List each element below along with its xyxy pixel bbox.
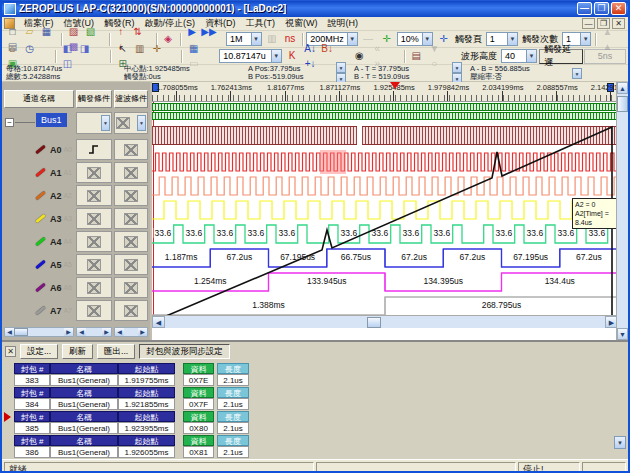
cursor-icon[interactable]: ↖ bbox=[114, 41, 131, 56]
bus-trigger-combo[interactable]: ▼ bbox=[76, 112, 112, 134]
channel-name-label[interactable]: A3 bbox=[50, 214, 62, 224]
channel-name-label[interactable]: A0 bbox=[50, 145, 62, 155]
window-split-icon[interactable]: ◧ bbox=[59, 41, 76, 56]
save-icon[interactable]: ▦ bbox=[38, 24, 55, 39]
tree-collapse-icon[interactable]: − bbox=[5, 118, 14, 127]
channel-name-label[interactable]: A7 bbox=[50, 306, 62, 316]
packet-row[interactable]: 384Bus1(General)1.921855ms0X7F2.1us bbox=[14, 398, 249, 410]
filter-condition-cell[interactable] bbox=[114, 300, 148, 321]
trigger-condition-header[interactable]: 觸發條件 bbox=[76, 90, 112, 108]
filter-condition-cell[interactable] bbox=[114, 208, 148, 229]
packet-sync-button[interactable]: 封包與波形同步設定 bbox=[139, 344, 230, 359]
pulse-up-icon[interactable]: ↑ bbox=[112, 24, 129, 39]
scroll-up-icon[interactable]: ▲ bbox=[617, 82, 628, 94]
channel-name-label[interactable]: A6 bbox=[50, 283, 62, 293]
packet-row[interactable]: 383Bus1(General)1.919755ms0X7E2.1us bbox=[14, 374, 249, 386]
mdi-minimize-button[interactable]: — bbox=[582, 18, 595, 29]
waveform-row-A3[interactable] bbox=[152, 198, 618, 222]
packet-row[interactable]: 386Bus1(General)1.926055ms0X812.1us bbox=[14, 446, 249, 458]
channel-row-A4[interactable]: A4A4 bbox=[2, 230, 150, 253]
channel-row-A5[interactable]: A5A5 bbox=[2, 253, 150, 276]
filter-condition-cell[interactable] bbox=[114, 277, 148, 298]
hand-tool-icon[interactable]: ✛ bbox=[148, 41, 165, 56]
waveform-row-A7[interactable]: 1.388ms268.795us bbox=[152, 294, 618, 315]
trigger-condition-cell[interactable] bbox=[76, 254, 112, 275]
trigger-condition-cell[interactable] bbox=[76, 208, 112, 229]
menu-5[interactable]: 工具(T) bbox=[241, 17, 281, 29]
trigger-condition-cell[interactable] bbox=[76, 231, 112, 252]
home-icon[interactable]: ⌂ bbox=[4, 41, 21, 56]
run-icon[interactable]: ▶ bbox=[184, 24, 201, 39]
film-icon[interactable]: ▤ bbox=[408, 49, 425, 64]
trigger-marker-icon[interactable] bbox=[390, 82, 400, 94]
bus-row[interactable]: − Bus1 ▼ ▼ bbox=[2, 108, 150, 138]
waveform-rows[interactable]: 33.633.633.633.633.633.633.633.633.633.6… bbox=[152, 102, 618, 315]
packet-settings-button[interactable]: 設定... bbox=[20, 344, 58, 359]
filter-condition-cell[interactable] bbox=[114, 185, 148, 206]
chevron-down-icon[interactable]: ▼ bbox=[271, 50, 281, 62]
waveform-row-A6[interactable]: 1.254ms133.945us134.395us134.4us bbox=[152, 270, 618, 294]
trigger-page-combo[interactable]: 1▼ bbox=[486, 32, 518, 46]
maximize-button[interactable]: ❐ bbox=[594, 2, 609, 15]
horizontal-scrollbar[interactable]: ◀ ▶ bbox=[152, 315, 618, 328]
wave-height-combo[interactable]: 40▼ bbox=[501, 49, 537, 63]
waveform-row-A2[interactable] bbox=[152, 174, 618, 198]
sampling-depth-combo[interactable]: 1M▼ bbox=[226, 32, 261, 46]
waveform-row-A0[interactable] bbox=[152, 126, 618, 150]
trigger-col-scrollbar[interactable]: ◀▶ bbox=[76, 327, 112, 337]
packet-export-button[interactable]: 匯出... bbox=[97, 344, 135, 359]
packet-block-386[interactable]: 封包 #名稱起始點資料長度386Bus1(General)1.926055ms0… bbox=[14, 435, 249, 458]
minimize-button[interactable]: — bbox=[577, 2, 592, 15]
sampling-setup-icon[interactable]: ▧ bbox=[82, 24, 99, 39]
trigger-delay-button[interactable]: 觸發延遲 bbox=[539, 49, 583, 64]
waveform-row-A1[interactable] bbox=[152, 150, 618, 174]
channel-name-header[interactable]: 通道名稱 bbox=[4, 90, 74, 108]
trigger-condition-cell[interactable] bbox=[76, 185, 112, 206]
packet-row[interactable]: 385Bus1(General)1.923955ms0X802.1us bbox=[14, 422, 249, 434]
packet-refresh-button[interactable]: 刷新 bbox=[62, 344, 93, 359]
filter-condition-header[interactable]: 濾波條件 bbox=[114, 90, 148, 108]
clock-icon[interactable]: ◷ bbox=[21, 41, 38, 56]
hotkey-k-icon[interactable]: K bbox=[284, 49, 301, 64]
channel-name-label[interactable]: A1 bbox=[50, 168, 62, 178]
scroll-down-icon[interactable]: ▼ bbox=[617, 328, 628, 340]
close-button[interactable]: ✕ bbox=[611, 2, 626, 15]
chevron-down-icon[interactable]: ▼ bbox=[507, 33, 517, 45]
filter-condition-cell[interactable] bbox=[114, 254, 148, 275]
packet-block-384[interactable]: 封包 #名稱起始點資料長度384Bus1(General)1.921855ms0… bbox=[14, 387, 249, 410]
packet-panel-close-button[interactable]: ✕ bbox=[5, 346, 16, 357]
new-file-icon[interactable]: □ bbox=[4, 24, 21, 39]
bar-a-icon[interactable]: A↓ bbox=[302, 41, 319, 56]
waveform-area[interactable]: 1.708055ms1.762413ms1.81677ms1.871127ms1… bbox=[152, 82, 618, 340]
channel-name-label[interactable]: A4 bbox=[50, 237, 62, 247]
vertical-scrollbar[interactable]: ▲ ▼ bbox=[616, 82, 628, 340]
time-ruler[interactable]: 1.708055ms1.762413ms1.81677ms1.871127ms1… bbox=[152, 82, 618, 102]
channel-name-scrollbar[interactable]: ◀▶ bbox=[4, 327, 74, 337]
repeat-run-icon[interactable]: ▶▶ bbox=[201, 24, 218, 39]
open-folder-icon[interactable]: ▱ bbox=[21, 24, 38, 39]
filter-condition-cell[interactable] bbox=[114, 139, 148, 160]
bus-filter-combo[interactable]: ▼ bbox=[114, 112, 148, 134]
bus-name-label[interactable]: Bus1 bbox=[36, 113, 67, 127]
packet-block-385[interactable]: 封包 #名稱起始點資料長度385Bus1(General)1.923955ms0… bbox=[14, 411, 249, 434]
a-b-combo[interactable]: ▼ bbox=[572, 68, 582, 79]
channel-row-A6[interactable]: A6A6 bbox=[2, 276, 150, 299]
channel-row-A7[interactable]: A7A7 bbox=[2, 299, 150, 322]
channel-row-A2[interactable]: A2A2 bbox=[2, 184, 150, 207]
trigger-condition-cell[interactable] bbox=[76, 162, 112, 183]
channel-row-A1[interactable]: A1A1 bbox=[2, 161, 150, 184]
chevron-down-icon[interactable]: ▼ bbox=[251, 33, 261, 45]
channel-name-label[interactable]: A5 bbox=[50, 260, 62, 270]
trigger-condition-cell[interactable] bbox=[76, 300, 112, 321]
menu-6[interactable]: 視窗(W) bbox=[280, 17, 323, 29]
scroll-thumb[interactable] bbox=[367, 317, 381, 328]
chevron-down-icon[interactable]: ▼ bbox=[137, 115, 146, 131]
chevron-down-icon[interactable]: ▼ bbox=[526, 50, 536, 62]
noise-tool-icon[interactable]: ▥ bbox=[131, 41, 148, 56]
waveform-row-A4[interactable]: 33.633.633.633.633.633.633.633.633.633.6… bbox=[152, 222, 618, 246]
waveform-row-A5[interactable]: 1.187ms67.2us67.195us66.75us67.2us67.2us… bbox=[152, 246, 618, 270]
channel-row-A0[interactable]: A0A0 bbox=[2, 138, 150, 161]
window-grid-icon[interactable]: ◨ bbox=[76, 41, 93, 56]
packet-block-383[interactable]: 封包 #名稱起始點資料長度383Bus1(General)1.919755ms0… bbox=[14, 363, 249, 386]
a-pos-combo[interactable]: ▼ bbox=[336, 62, 346, 73]
